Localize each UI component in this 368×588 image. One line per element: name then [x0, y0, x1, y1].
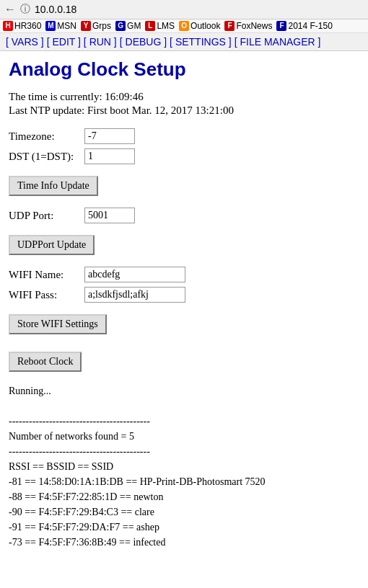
wifi-section: WIFI Name: WIFI Pass: Store WIFI Setting… — [9, 267, 359, 334]
last-ntp: Last NTP update: First boot Mar. 12, 201… — [9, 104, 359, 117]
wifi-name-label: WIFI Name: — [9, 269, 84, 281]
lms-icon: L — [145, 21, 155, 31]
address-bar: ← ⓘ 10.0.0.18 — [0, 0, 368, 19]
current-time: The time is currently: 16:09:46 — [9, 91, 359, 103]
nav-edit[interactable]: [ EDIT ] — [47, 36, 81, 48]
bookmark-f150-label: 2014 F-150 — [288, 21, 332, 31]
bookmark-lms[interactable]: L LMS — [145, 21, 175, 31]
output-line: -91 == F4:5F:F7:29:DA:F7 == ashep — [9, 520, 359, 535]
store-wifi-button[interactable]: Store WIFI Settings — [9, 314, 107, 334]
nav-settings[interactable]: [ SETTINGS ] — [170, 36, 232, 48]
udp-port-update-button[interactable]: UDPPort Update — [9, 235, 95, 255]
bookmark-grps-label: Grps — [92, 21, 111, 31]
dst-row: DST (1=DST): — [9, 148, 359, 164]
udp-port-input[interactable] — [84, 208, 135, 223]
output-line: ----------------------------------------… — [9, 414, 359, 429]
wifi-name-input[interactable] — [84, 267, 185, 282]
reboot-clock-button[interactable]: Reboot Clock — [9, 352, 82, 372]
bookmark-f150[interactable]: F 2014 F-150 — [276, 21, 332, 31]
main-content: Analog Clock Setup The time is currently… — [0, 51, 368, 557]
wifi-name-row: WIFI Name: — [9, 267, 359, 282]
output-line — [9, 398, 359, 414]
wifi-pass-row: WIFI Pass: — [9, 287, 359, 303]
output-line: -88 == F4:5F:F7:22:85:1D == newton — [9, 489, 359, 504]
time-info-update-button[interactable]: Time Info Update — [9, 176, 98, 196]
timezone-section: Timezone: DST (1=DST): Time Info Update — [9, 128, 359, 196]
nav-vars[interactable]: [ VARS ] — [6, 36, 44, 48]
wifi-pass-input[interactable] — [84, 287, 185, 303]
bookmark-gm-label: GM — [127, 21, 141, 31]
output-line: Number of networks found = 5 — [9, 429, 359, 444]
output-line: -73 == F4:5F:F7:36:8B:49 == infected — [9, 535, 359, 550]
outlook-icon: O — [179, 21, 189, 31]
bookmark-hr360[interactable]: H HR360 — [3, 21, 41, 31]
page-title: Analog Clock Setup — [9, 58, 359, 81]
bookmark-outlook[interactable]: O Outlook — [179, 21, 220, 31]
timezone-label: Timezone: — [9, 130, 84, 143]
f150-icon: F — [276, 21, 286, 31]
output-line: Running... — [9, 383, 359, 398]
nav-run[interactable]: [ RUN ] — [84, 36, 117, 48]
bookmark-msn-label: MSN — [57, 21, 76, 31]
foxnews-icon: F — [224, 21, 235, 31]
url-display[interactable]: 10.0.0.18 — [35, 4, 76, 15]
hr360-icon: H — [3, 21, 13, 31]
output-section: Running... -----------------------------… — [9, 383, 359, 550]
info-icon: ⓘ — [20, 3, 30, 16]
udp-section: UDP Port: UDPPort Update — [9, 208, 359, 255]
udp-port-label: UDP Port: — [9, 210, 84, 222]
output-line: -81 == 14:58:D0:1A:1B:DB == HP-Print-DB-… — [9, 474, 359, 489]
bookmarks-bar: H HR360 M MSN Y Grps G GM L LMS O Outloo… — [0, 19, 368, 33]
output-line: RSSI == BSSID == SSID — [9, 459, 359, 474]
gm-icon: G — [115, 21, 126, 31]
bookmark-msn[interactable]: M MSN — [45, 21, 76, 31]
back-button[interactable]: ← — [4, 3, 16, 16]
bookmark-hr360-label: HR360 — [14, 21, 41, 31]
timezone-input[interactable] — [84, 128, 135, 144]
bookmark-foxnews-label: FoxNews — [236, 21, 272, 31]
output-line: ----------------------------------------… — [9, 444, 359, 459]
bookmark-grps[interactable]: Y Grps — [81, 21, 111, 31]
bookmark-outlook-label: Outlook — [190, 21, 220, 31]
dst-input[interactable] — [84, 148, 135, 164]
reboot-section: Reboot Clock — [9, 344, 359, 372]
bookmark-lms-label: LMS — [157, 21, 175, 31]
bookmark-foxnews[interactable]: F FoxNews — [224, 21, 272, 31]
msn-icon: M — [45, 21, 56, 31]
wifi-pass-label: WIFI Pass: — [9, 289, 84, 301]
nav-file-manager[interactable]: [ FILE MANAGER ] — [235, 36, 321, 48]
timezone-row: Timezone: — [9, 128, 359, 144]
dst-label: DST (1=DST): — [9, 151, 84, 163]
nav-bar: [ VARS ] [ EDIT ] [ RUN ] [ DEBUG ] [ SE… — [0, 33, 368, 51]
grps-icon: Y — [81, 21, 91, 31]
output-line: -90 == F4:5F:F7:29:B4:C3 == clare — [9, 504, 359, 520]
bookmark-gm[interactable]: G GM — [115, 21, 141, 31]
nav-debug[interactable]: [ DEBUG ] — [120, 36, 167, 48]
udp-port-row: UDP Port: — [9, 208, 359, 223]
